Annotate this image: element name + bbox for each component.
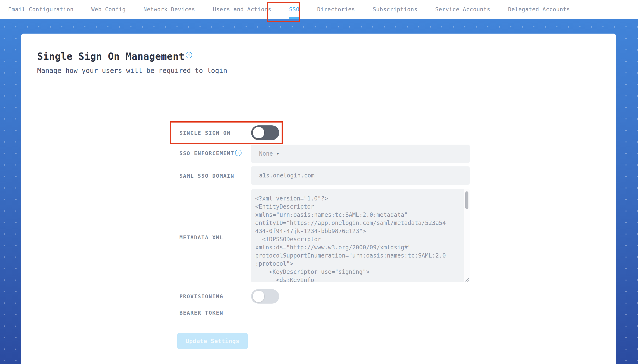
single-sign-on-label: SINGLE SIGN ON	[180, 130, 230, 136]
update-settings-button[interactable]: Update Settings	[177, 333, 248, 349]
toggle-knob	[253, 290, 264, 302]
tab-web-config[interactable]: Web Config	[92, 0, 126, 19]
tab-network-devices[interactable]: Network Devices	[144, 0, 195, 19]
bearer-token-label: BEARER TOKEN	[180, 310, 223, 316]
settings-card: Single Sign On Management i Manage how y…	[21, 34, 616, 364]
toggle-knob	[253, 127, 264, 138]
sso-enforcement-label-text: SSO ENFORCEMENT	[180, 150, 234, 156]
tab-email-configuration[interactable]: Email Configuration	[8, 0, 74, 19]
saml-sso-domain-input[interactable]	[251, 166, 470, 185]
metadata-xml-label: METADATA XML	[180, 234, 223, 241]
metadata-xml-textarea[interactable]: <?xml version="1.0"?> <EntityDescriptor …	[251, 189, 470, 282]
info-icon[interactable]: i	[235, 150, 242, 156]
resize-handle-icon[interactable]	[464, 277, 470, 282]
chevron-down-icon: ▼	[277, 152, 279, 156]
tab-directories[interactable]: Directories	[317, 0, 355, 19]
scrollbar-thumb[interactable]	[465, 191, 468, 209]
sso-enforcement-value: None	[259, 150, 273, 157]
top-nav: Email Configuration Web Config Network D…	[0, 0, 638, 19]
tab-sso-label: SSO	[289, 6, 299, 12]
tab-service-accounts[interactable]: Service Accounts	[435, 0, 490, 19]
provisioning-toggle[interactable]	[251, 289, 279, 304]
info-icon[interactable]: i	[186, 52, 192, 58]
provisioning-label: PROVISIONING	[180, 294, 223, 300]
page-title: Single Sign On Management	[37, 51, 185, 62]
active-tab-underline	[289, 17, 300, 19]
page-subtitle: Manage how your users will be required t…	[37, 67, 227, 74]
scrollbar[interactable]	[464, 189, 470, 282]
metadata-xml-content: <?xml version="1.0"?> <EntityDescriptor …	[255, 194, 461, 282]
tab-delegated-accounts[interactable]: Delegated Accounts	[508, 0, 570, 19]
tab-sso[interactable]: SSO	[289, 0, 299, 19]
single-sign-on-toggle[interactable]	[251, 126, 279, 140]
tab-users-and-actions[interactable]: Users and Actions	[213, 0, 271, 19]
sso-enforcement-select[interactable]: None ▼	[251, 144, 470, 163]
saml-sso-domain-label: SAML SSO DOMAIN	[180, 173, 234, 179]
sso-enforcement-label: SSO ENFORCEMENT i	[180, 150, 242, 156]
sso-settings-page: Email Configuration Web Config Network D…	[0, 0, 638, 364]
tab-subscriptions[interactable]: Subscriptions	[373, 0, 418, 19]
